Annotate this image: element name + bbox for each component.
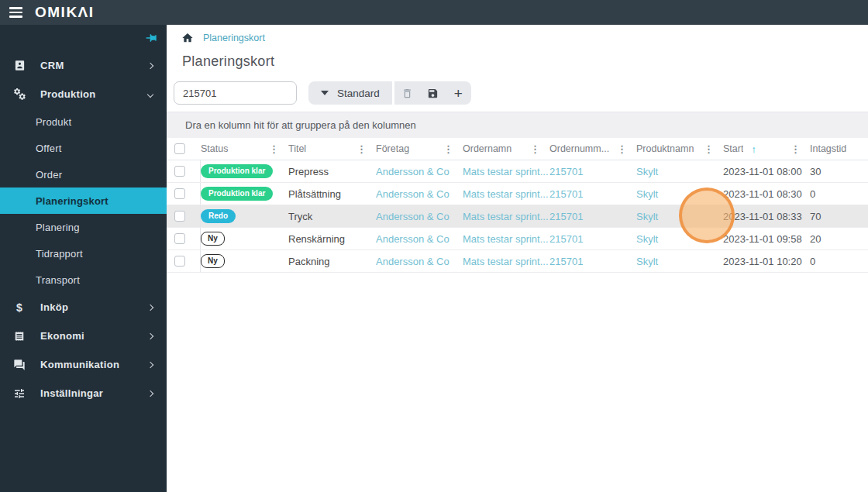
column-header-ordernummer[interactable]: Ordernumm... ⋮ [549,138,636,160]
intagstid-cell: 70 [810,211,868,222]
chevron-right-icon [147,304,153,310]
start-cell: 2023-11-01 08:00 [723,166,810,177]
column-menu-icon[interactable]: ⋮ [530,143,540,155]
breadcrumb: Planeringskort [167,25,868,45]
sidebar-item-crm[interactable]: CRM [0,51,167,80]
ordernummer-link[interactable]: 215701 [549,211,636,222]
foretag-link[interactable]: Andersson & Co [376,211,463,222]
column-header-ordernamn[interactable]: Ordernamn ⋮ [463,138,549,160]
toolbar: Standard + [174,81,868,105]
row-checkbox[interactable] [174,188,185,199]
titel-cell: Plåtsättning [288,188,376,200]
submenu-label: Order [36,169,62,181]
ordernamn-link[interactable]: Mats testar sprint... [463,256,549,267]
contact-card-icon [11,60,28,71]
chevron-right-icon [147,62,153,68]
add-preset-button[interactable]: + [446,81,471,105]
sidebar-item-kommunikation[interactable]: Kommunikation [0,350,167,379]
produktnamn-link[interactable]: Skylt [636,256,723,267]
sidebar-item-produktion[interactable]: Produktion [0,80,167,108]
table-row[interactable]: Produktion klar Plåtsättning Andersson &… [167,183,868,205]
sidebar-item-inkop[interactable]: $ Inköp [0,293,167,322]
column-header-produktnamn[interactable]: Produktnamn ⋮ [636,138,723,160]
column-menu-icon[interactable]: ⋮ [356,143,367,155]
ordernummer-link[interactable]: 215701 [549,188,636,200]
sidebar-item-offert[interactable]: Offert [0,135,167,161]
sidebar-item-label: Inköp [40,301,68,313]
column-menu-icon[interactable]: ⋮ [704,143,714,155]
column-menu-icon[interactable]: ⋮ [269,143,279,155]
ordernummer-link[interactable]: 215701 [549,166,636,177]
intagstid-cell: 20 [810,233,868,245]
save-preset-button[interactable] [420,81,446,105]
preset-dropdown-label: Standard [337,88,380,99]
pin-sidebar-icon[interactable] [145,32,157,44]
chevron-right-icon [147,332,153,339]
search-input[interactable] [174,81,297,105]
submenu-label: Planeringskort [36,195,108,207]
intagstid-cell: 0 [810,188,868,200]
sidebar-item-transport[interactable]: Transport [0,267,167,293]
column-menu-icon[interactable]: ⋮ [790,143,801,155]
intagstid-cell: 0 [810,256,868,267]
column-header-intagstid[interactable]: Intagstid [810,138,868,160]
dollar-icon: $ [11,301,28,314]
sidebar-item-installningar[interactable]: Inställningar [0,379,167,408]
main-content: Planeringskort Planeringskort Standard +… [167,25,868,492]
breadcrumb-page-link[interactable]: Planeringskort [203,33,265,43]
column-group-dropzone[interactable]: Dra en kolumn hit för att gruppera på de… [167,112,868,138]
foretag-link[interactable]: Andersson & Co [376,233,463,245]
column-menu-icon[interactable]: ⋮ [443,143,453,155]
submenu-label: Tidrapport [36,248,83,260]
table-row[interactable]: Ny Renskärning Andersson & Co Mats testa… [167,228,868,250]
row-checkbox[interactable] [174,256,185,267]
produktnamn-link[interactable]: Skylt [636,188,723,200]
status-badge: Produktion klar [201,187,273,201]
sidebar-item-ekonomi[interactable]: Ekonomi [0,322,167,350]
row-checkbox[interactable] [174,211,185,222]
column-header-status[interactable]: Status ⋮ [201,138,288,160]
column-menu-icon[interactable]: ⋮ [617,143,627,155]
chevron-right-icon [147,361,153,367]
preset-dropdown[interactable]: Standard [308,81,392,105]
ordernamn-link[interactable]: Mats testar sprint... [463,188,549,200]
chevron-right-icon [147,390,153,396]
produktnamn-link[interactable]: Skylt [636,166,723,177]
select-all-checkbox[interactable] [174,143,185,154]
foretag-link[interactable]: Andersson & Co [376,188,463,200]
produktnamn-link[interactable]: Skylt [636,233,723,245]
ordernummer-link[interactable]: 215701 [549,256,636,267]
column-header-start[interactable]: Start ↑ ⋮ [723,138,810,160]
home-icon[interactable] [181,32,194,44]
ordernamn-link[interactable]: Mats testar sprint... [463,233,549,245]
column-header-titel[interactable]: Titel ⋮ [288,138,376,160]
sidebar-item-label: CRM [40,60,64,71]
column-header-foretag[interactable]: Företag ⋮ [376,138,463,160]
row-checkbox[interactable] [174,166,185,177]
table-row[interactable]: Ny Packning Andersson & Co Mats testar s… [167,250,868,273]
start-cell: 2023-11-01 08:30 [723,188,810,200]
plus-icon: + [454,86,463,101]
sidebar-item-planeringskort[interactable]: Planeringskort [0,188,167,214]
menu-icon[interactable] [9,7,22,18]
delete-preset-button[interactable] [394,81,420,105]
sidebar-item-planering[interactable]: Planering [0,214,167,240]
app-logo: OMIKΛI [35,4,95,21]
sidebar-item-order[interactable]: Order [0,161,167,188]
submenu-label: Planering [36,222,80,233]
sidebar-item-produkt[interactable]: Produkt [0,108,167,135]
ordernamn-link[interactable]: Mats testar sprint... [463,166,549,177]
ordernamn-link[interactable]: Mats testar sprint... [463,211,549,222]
table-row[interactable]: Produktion klar Prepress Andersson & Co … [167,160,868,183]
table-row[interactable]: Redo Tryck Andersson & Co Mats testar sp… [167,205,868,228]
produktnamn-link[interactable]: Skylt [636,211,723,222]
row-checkbox[interactable] [174,233,185,244]
status-badge: Ny [201,254,225,268]
foretag-link[interactable]: Andersson & Co [376,256,463,267]
foretag-link[interactable]: Andersson & Co [376,166,463,177]
ordernummer-link[interactable]: 215701 [549,233,636,245]
sidebar-item-tidrapport[interactable]: Tidrapport [0,240,167,267]
sidebar-item-label: Kommunikation [40,359,119,370]
start-cell: 2023-11-01 10:20 [723,256,810,267]
submenu-label: Produkt [36,116,71,128]
